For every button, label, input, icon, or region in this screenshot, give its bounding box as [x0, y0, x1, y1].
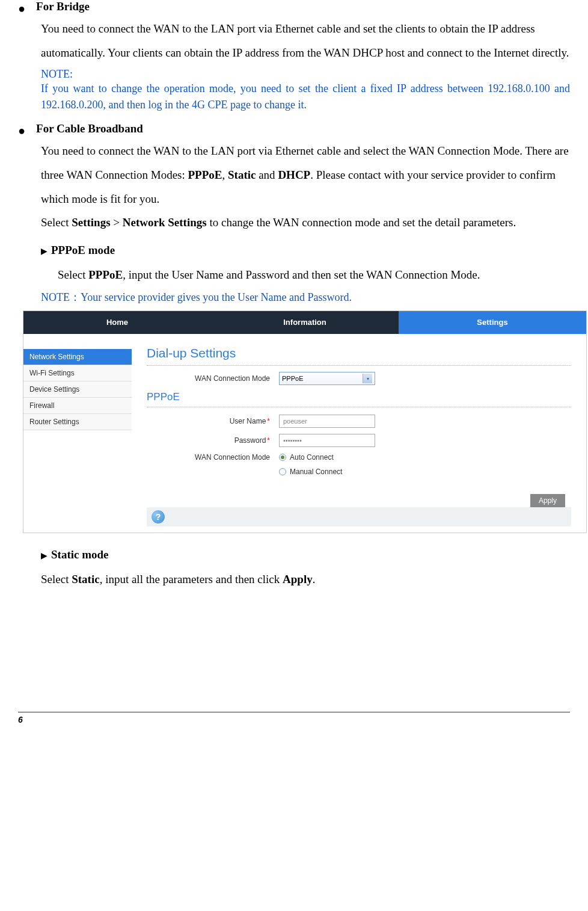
static-word: Static — [228, 168, 256, 181]
password-label: Password* — [147, 436, 279, 445]
note-label: NOTE: — [41, 68, 570, 81]
dhcp-word: DHCP — [278, 168, 310, 181]
pppoe-body-a: Select — [58, 268, 88, 281]
bridge-body: You need to connect the WAN to the LAN p… — [41, 17, 570, 65]
radio-manual-connect[interactable]: Manual Connect — [279, 468, 342, 476]
pppoe-word: PPPoE — [188, 168, 222, 181]
pppoe-section-header: PPPoE — [147, 391, 571, 407]
bridge-title: For Bridge — [36, 0, 90, 13]
select-word: Select — [41, 216, 72, 229]
sidebar-item-wifi[interactable]: Wi-Fi Settings — [23, 365, 132, 381]
static-body-end: . — [313, 573, 316, 585]
bullet-icon: ● — [18, 0, 25, 17]
radio-auto-connect[interactable]: Auto Connect — [279, 453, 334, 462]
ui-screenshot: Home Information Settings Network Settin… — [23, 310, 587, 533]
sidebar-item-firewall[interactable]: Firewall — [23, 398, 132, 414]
auto-connect-label: Auto Connect — [290, 453, 334, 462]
triangle-icon: ▶ — [41, 247, 47, 256]
wan-mode-label: WAN Connection Mode — [147, 374, 279, 383]
settings-word: Settings — [72, 216, 110, 229]
gt: > — [111, 216, 123, 229]
wan-mode-select[interactable]: PPPoE ▾ — [279, 372, 375, 385]
password-input[interactable] — [279, 434, 375, 447]
sidebar-item-network[interactable]: Network Settings — [23, 349, 132, 365]
tab-home[interactable]: Home — [23, 311, 211, 334]
panel-title: Dial-up Settings — [147, 346, 571, 366]
help-icon[interactable]: ? — [152, 510, 165, 523]
tab-settings[interactable]: Settings — [399, 311, 586, 334]
sidebar: Network Settings Wi-Fi Settings Device S… — [23, 349, 132, 533]
cable-body-2: Select Settings > Network Settings to ch… — [41, 211, 570, 235]
network-settings-word: Network Settings — [123, 216, 207, 229]
pppoe-body-b: , input the User Name and Password and t… — [123, 268, 480, 281]
apply-button[interactable]: Apply — [530, 494, 565, 507]
triangle-icon: ▶ — [41, 551, 47, 560]
page-number: 6 — [18, 715, 23, 724]
pppoe-bold: PPPoE — [88, 268, 123, 281]
cable-title: For Cable Broadband — [36, 122, 143, 135]
tab-bar: Home Information Settings — [23, 311, 586, 334]
pppoe-mode-title: PPPoE mode — [51, 244, 115, 256]
radio-icon — [279, 454, 286, 461]
page-footer: 6 — [18, 712, 570, 724]
static-bold2: Apply — [283, 573, 313, 585]
note-text: If you want to change the operation mode… — [41, 81, 570, 113]
tab-information[interactable]: Information — [211, 311, 399, 334]
comma: , — [222, 168, 228, 181]
note2-text: Your service provider gives you the User… — [81, 291, 352, 303]
radio-icon — [279, 468, 286, 475]
note2-label: NOTE： — [41, 291, 81, 303]
cable-body: You need to connect the WAN to the LAN p… — [41, 139, 570, 211]
pppoe-mode-body: Select PPPoE, input the User Name and Pa… — [41, 263, 570, 287]
bullet-icon: ● — [18, 122, 25, 139]
help-bar: ? — [147, 507, 571, 527]
wan-mode-value: PPPoE — [282, 375, 303, 382]
static-bold1: Static — [72, 573, 99, 585]
static-body-a: Select — [41, 573, 72, 585]
sidebar-item-device[interactable]: Device Settings — [23, 381, 132, 398]
and-word: and — [256, 168, 278, 181]
sidebar-item-router[interactable]: Router Settings — [23, 414, 132, 430]
cable-p2b: to change the WAN connection mode and se… — [207, 216, 516, 229]
static-mode-title: Static mode — [51, 548, 109, 561]
username-input[interactable] — [279, 415, 375, 428]
static-mode-body: Select Static, input all the parameters … — [41, 567, 570, 591]
username-label: User Name* — [147, 417, 279, 425]
manual-connect-label: Manual Connect — [290, 468, 342, 476]
chevron-down-icon: ▾ — [363, 374, 372, 383]
main-panel: Dial-up Settings WAN Connection Mode PPP… — [132, 334, 586, 533]
static-body-mid: , input all the parameters and then clic… — [100, 573, 283, 585]
wan-conn-mode-label: WAN Connection Mode — [147, 453, 279, 462]
